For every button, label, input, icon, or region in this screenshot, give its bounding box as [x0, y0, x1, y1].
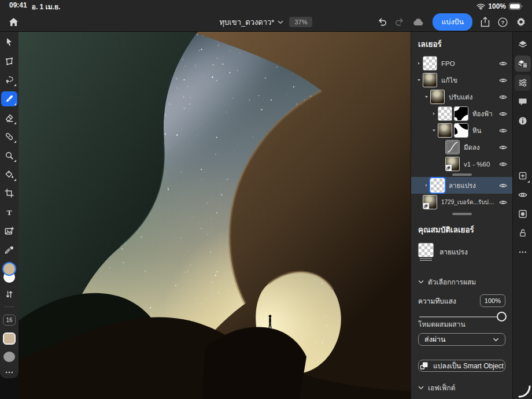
- chevron-right-icon[interactable]: [415, 61, 423, 66]
- chevron-right-icon[interactable]: [422, 183, 430, 188]
- export-icon[interactable]: [481, 17, 490, 27]
- layer-row[interactable]: มืดลง: [411, 139, 512, 156]
- lasso-tool[interactable]: [0, 72, 19, 88]
- layer-row[interactable]: 1729_เบอร์ด...รับปรุง-NR33: [411, 194, 512, 210]
- selected-layer-name: ลายแปรง: [439, 246, 468, 257]
- magnifier-tool[interactable]: [0, 147, 19, 164]
- layer-thumbnail[interactable]: [423, 73, 437, 87]
- smart-object-thumbnail[interactable]: [423, 195, 437, 209]
- layer-drag-handle[interactable]: [452, 173, 472, 176]
- chevron-down-icon[interactable]: [430, 128, 438, 133]
- layer-thumbnail[interactable]: [438, 106, 452, 121]
- brush-preview-swatch[interactable]: [3, 332, 16, 345]
- layer-row[interactable]: ท้องฟ้า: [411, 105, 512, 122]
- tool-submenu-indicator: [14, 122, 16, 124]
- layer-row[interactable]: หิน: [411, 122, 512, 139]
- comment-icon: [518, 97, 527, 106]
- crop-tool[interactable]: [0, 186, 19, 202]
- add-photo-tool[interactable]: [0, 223, 19, 239]
- toolbar-more-button[interactable]: [5, 368, 14, 378]
- layer-row[interactable]: แก้ไข: [411, 72, 512, 88]
- redo-button[interactable]: [395, 18, 405, 27]
- layer-name: ท้องฟ้า: [472, 109, 497, 119]
- chevron-down-icon[interactable]: [415, 77, 423, 83]
- layer-visibility-toggle[interactable]: [497, 76, 509, 84]
- home-button[interactable]: [6, 14, 21, 29]
- swap-colors-icon: [5, 290, 14, 299]
- curves-adjustment-thumbnail[interactable]: [445, 140, 460, 154]
- more-button[interactable]: [515, 244, 531, 260]
- layer-visibility-toggle[interactable]: [497, 182, 509, 190]
- type-tool[interactable]: T: [0, 204, 19, 220]
- panel-tab-adjustments[interactable]: [515, 75, 531, 91]
- layer-visibility-toggle[interactable]: [497, 60, 509, 68]
- opacity-value-box[interactable]: 100%: [480, 294, 505, 307]
- tool-submenu-indicator: [14, 141, 16, 143]
- visibility-button[interactable]: [515, 187, 531, 203]
- photoshop-ipad-app: 09:41 อ. 1 เม.ย. 100% ทุบเขา_ดวงดาว* 37%: [0, 0, 532, 399]
- smart-object-thumbnail[interactable]: [445, 157, 460, 171]
- eyedropper-tool[interactable]: [0, 242, 19, 258]
- tool-submenu-indicator: [14, 103, 16, 105]
- add-photo-icon: [5, 227, 14, 236]
- gear-icon[interactable]: [516, 17, 526, 27]
- panel-tab-layers[interactable]: [515, 36, 531, 53]
- layer-row[interactable]: v1 - %60: [411, 156, 512, 172]
- add-layer-button[interactable]: [515, 168, 531, 184]
- layer-mask-thumbnail[interactable]: [454, 123, 468, 138]
- move-tool[interactable]: [0, 34, 19, 50]
- lock-button[interactable]: [515, 225, 531, 241]
- transform-tool[interactable]: [0, 53, 19, 69]
- mask-button[interactable]: [515, 206, 531, 222]
- lock-open-icon: [518, 228, 527, 238]
- zoom-level-badge[interactable]: 37%: [289, 17, 312, 27]
- panel-tab-layer-properties[interactable]: [515, 56, 531, 72]
- document-title-menu[interactable]: ทุบเขา_ดวงดาว*: [220, 16, 284, 28]
- layer-visibility-toggle[interactable]: [497, 93, 509, 101]
- layer-thumbnail[interactable]: [430, 178, 445, 193]
- layer-visibility-toggle[interactable]: [497, 110, 509, 118]
- panel-resize-handle[interactable]: [452, 213, 472, 215]
- panel-tab-info[interactable]: [515, 113, 531, 129]
- brush-tool[interactable]: [0, 91, 19, 107]
- layer-row[interactable]: ปรับแต่ง: [411, 88, 512, 105]
- document-canvas[interactable]: [19, 32, 411, 399]
- chevron-down-icon: [278, 20, 283, 24]
- add-layer-icon: [518, 171, 527, 180]
- blend-options-section-header[interactable]: ตัวเลือกการผสม: [411, 272, 512, 291]
- panel-tab-comment[interactable]: [515, 94, 531, 110]
- swap-colors-button[interactable]: [0, 286, 19, 302]
- eye-icon: [518, 190, 527, 200]
- transform-icon: [5, 57, 14, 66]
- effects-section-header[interactable]: เอฟเฟ็กต์: [411, 378, 512, 397]
- layer-thumbnail[interactable]: [438, 123, 452, 138]
- blend-mode-value: ส่งผ่าน: [424, 334, 446, 345]
- brush-size-indicator[interactable]: 16: [3, 315, 16, 326]
- layer-mask-thumbnail[interactable]: [454, 106, 468, 121]
- chevron-right-icon[interactable]: [430, 111, 438, 116]
- eraser-tool[interactable]: [0, 110, 19, 126]
- share-button[interactable]: แบ่งปัน: [433, 13, 472, 31]
- lasso-icon: [5, 75, 14, 84]
- blend-mode-dropdown[interactable]: ส่งผ่าน: [418, 333, 505, 346]
- heal-tool[interactable]: [0, 129, 19, 145]
- opacity-slider-knob[interactable]: [497, 312, 507, 322]
- layer-thumbnail[interactable]: [423, 56, 437, 71]
- layer-row[interactable]: ลายแปรง: [411, 177, 512, 194]
- undo-button[interactable]: [377, 18, 387, 27]
- layer-visibility-toggle[interactable]: [497, 198, 509, 206]
- layer-visibility-toggle[interactable]: [497, 127, 509, 135]
- fill-tool[interactable]: [0, 167, 19, 183]
- convert-smart-object-button[interactable]: แปลงเป็น Smart Object: [418, 360, 505, 372]
- layer-visibility-toggle[interactable]: [497, 160, 509, 168]
- brush-hardness-swatch[interactable]: [3, 352, 15, 362]
- layer-row[interactable]: FPO: [411, 55, 512, 72]
- cloud-sync-icon[interactable]: [413, 18, 424, 26]
- layer-visibility-toggle[interactable]: [497, 143, 509, 152]
- opacity-label: ความทึบแสง: [418, 295, 456, 306]
- help-button[interactable]: ?: [498, 17, 508, 27]
- layer-thumbnail[interactable]: [430, 90, 445, 104]
- tool-submenu-indicator: [14, 160, 16, 162]
- layers-panel: เลเยอร์ FPOแก้ไขปรับแต่งท้องฟ้าหินมืดลงv…: [411, 32, 512, 399]
- chevron-down-icon[interactable]: [422, 94, 430, 99]
